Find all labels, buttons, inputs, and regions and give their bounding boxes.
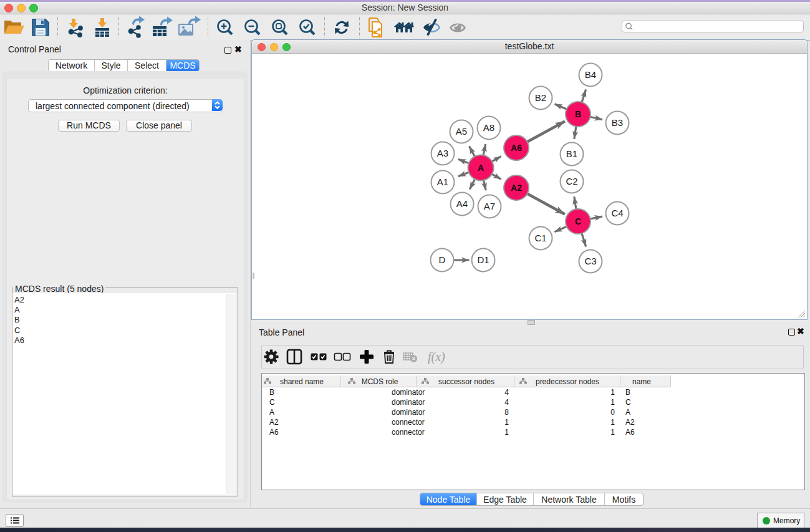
svg-text:A: A [625, 408, 630, 417]
svg-text:1: 1 [504, 418, 509, 427]
svg-text:A: A [269, 408, 274, 417]
svg-text:A3: A3 [437, 148, 448, 158]
svg-text:connector: connector [392, 418, 425, 427]
svg-text:A6: A6 [269, 428, 279, 437]
svg-text:1: 1 [610, 428, 615, 437]
svg-text:B3: B3 [612, 117, 623, 128]
svg-text:C: C [575, 216, 581, 226]
svg-text:A2: A2 [511, 183, 522, 193]
svg-text:C4: C4 [611, 208, 623, 218]
svg-text:C: C [269, 398, 275, 407]
svg-text:dominator: dominator [392, 388, 425, 397]
svg-text:A2: A2 [625, 418, 635, 427]
svg-text:A1: A1 [437, 177, 448, 187]
svg-text:C: C [625, 398, 631, 407]
svg-text:D1: D1 [477, 254, 489, 265]
svg-text:dominator: dominator [392, 408, 425, 417]
svg-text:A8: A8 [483, 122, 494, 133]
svg-text:B: B [575, 109, 581, 119]
svg-text:B1: B1 [566, 148, 577, 159]
svg-text:A2: A2 [269, 418, 279, 427]
svg-text:dominator: dominator [392, 398, 425, 407]
svg-text:1: 1 [610, 388, 615, 397]
svg-text:A6: A6 [625, 428, 635, 437]
svg-text:8: 8 [504, 408, 509, 417]
svg-text:successor nodes: successor nodes [438, 377, 494, 386]
svg-text:f(x): f(x) [428, 350, 445, 364]
svg-text:1: 1 [504, 428, 509, 437]
svg-text:D: D [439, 254, 446, 265]
svg-text:4: 4 [504, 398, 509, 407]
svg-text:C2: C2 [566, 176, 577, 186]
svg-text:A5: A5 [456, 126, 467, 137]
svg-text:1: 1 [610, 418, 615, 427]
svg-text:C3: C3 [584, 256, 596, 266]
svg-text:C1: C1 [534, 233, 546, 243]
svg-text:1: 1 [610, 398, 615, 407]
svg-text:MCDS role: MCDS role [362, 377, 398, 386]
svg-text:0: 0 [610, 408, 615, 417]
svg-text:B: B [625, 388, 630, 397]
svg-text:A: A [478, 163, 484, 173]
svg-text:name: name [632, 377, 651, 386]
svg-text:B4: B4 [585, 69, 596, 80]
svg-text:B: B [269, 388, 274, 397]
svg-text:4: 4 [504, 388, 509, 397]
svg-text:A7: A7 [484, 201, 495, 211]
svg-text:connector: connector [392, 428, 425, 437]
svg-text:A6: A6 [511, 143, 522, 153]
svg-text:predecessor nodes: predecessor nodes [536, 377, 599, 386]
svg-text:A4: A4 [456, 198, 468, 209]
svg-text:shared name: shared name [280, 377, 324, 386]
svg-text:B2: B2 [535, 92, 546, 103]
